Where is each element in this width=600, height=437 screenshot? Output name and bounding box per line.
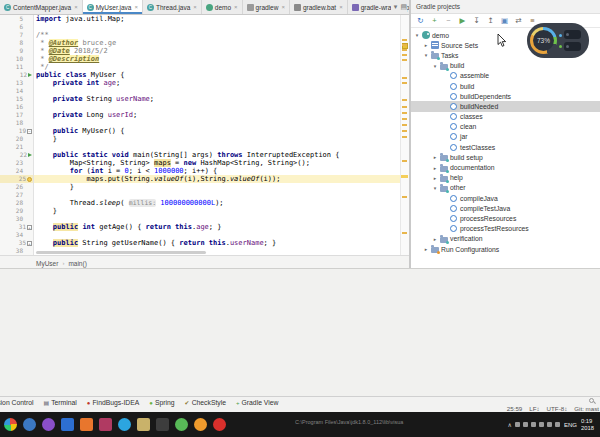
toolwindow-button-FindBugs-IDEA[interactable]: ●FindBugs-IDEA (87, 399, 139, 406)
horizontal-scrollbar[interactable] (36, 251, 336, 254)
run-icon[interactable] (28, 153, 32, 157)
search-icon[interactable] (589, 398, 596, 405)
tab-close-icon[interactable]: × (74, 4, 78, 10)
tray-icon[interactable] (515, 422, 520, 427)
code-text[interactable]: Thread.sleep( millis: 100000000000L); (34, 199, 400, 207)
wechat-app-icon[interactable] (175, 418, 188, 431)
code-text[interactable]: maps.put(String.valueOf(i),String.valueO… (34, 175, 400, 183)
code-text[interactable]: * @Author bruce.ge (34, 39, 400, 47)
tree-item-clean[interactable]: clean (411, 122, 600, 132)
code-text[interactable]: import java.util.Map; (34, 15, 400, 23)
gutter-line-23[interactable]: 23 (0, 159, 34, 167)
gutter-line-34[interactable]: 34 (0, 231, 34, 239)
tab-Thread.java[interactable]: CThread.java× (143, 0, 202, 14)
tab-close-icon[interactable]: × (234, 4, 238, 10)
tray-icon[interactable] (547, 422, 552, 427)
tree-item-other[interactable]: ▾other (411, 183, 600, 193)
code-text[interactable]: public MyUser() { (34, 127, 400, 135)
detach-project-icon[interactable]: − (444, 15, 453, 26)
gutter-line-27[interactable]: 27 (0, 191, 34, 199)
gutter-line-9[interactable]: 9 (0, 47, 34, 55)
code-text[interactable]: /** (34, 31, 400, 39)
code-editor[interactable]: 5import java.util.Map;67/**8 * @Author b… (0, 15, 409, 255)
code-text[interactable] (34, 87, 400, 95)
clock[interactable]: 0:19 2018 (581, 418, 600, 431)
plus-icon[interactable]: + (27, 225, 32, 230)
toolwindow-button-Gradle-View[interactable]: +Gradle View (236, 399, 278, 406)
minus-icon[interactable]: − (27, 129, 32, 134)
scrollbar-thumb[interactable] (36, 251, 206, 254)
breadcrumb-item[interactable]: main() (68, 260, 86, 267)
gutter-line-5[interactable]: 5 (0, 15, 34, 23)
code-text[interactable] (34, 119, 400, 127)
code-text[interactable]: private int age; (34, 79, 400, 87)
tab-gradlew[interactable]: gradlew× (243, 0, 290, 14)
music-app-icon[interactable] (194, 418, 207, 431)
code-text[interactable]: * @Date 2018/5/2 (34, 47, 400, 55)
gutter-line-35[interactable]: 35+ (0, 239, 34, 247)
collapse-icon[interactable]: ▾ (432, 63, 438, 69)
gutter-line-15[interactable]: 15 (0, 95, 34, 103)
terminal-app-icon[interactable] (156, 418, 169, 431)
tray-icon[interactable] (555, 422, 560, 427)
tab-close-icon[interactable]: × (281, 4, 285, 10)
gutter-line-21[interactable]: 21 (0, 143, 34, 151)
code-text[interactable]: private Long userId; (34, 111, 400, 119)
gutter-line-19[interactable]: 19− (0, 127, 34, 135)
refresh-icon[interactable]: ↻ (416, 15, 425, 26)
tree-item-verification[interactable]: ▸verification (411, 234, 600, 244)
gutter-line-6[interactable]: 6 (0, 23, 34, 31)
tab-list-icon[interactable]: ▤ (400, 3, 407, 11)
tree-item-compileTestJava[interactable]: compileTestJava (411, 203, 600, 213)
expand-icon[interactable]: ▸ (432, 175, 438, 181)
collapse-all-icon[interactable]: ↥ (486, 15, 495, 26)
tree-item-Run-Configurations[interactable]: ▸Run Configurations (411, 244, 600, 254)
expand-all-icon[interactable]: ↧ (472, 15, 481, 26)
status-item[interactable]: Git: mast (574, 405, 599, 412)
code-text[interactable]: Map<String, String> maps = new HashMap<S… (34, 159, 400, 167)
gutter-line-20[interactable]: 20 (0, 135, 34, 143)
code-text[interactable] (34, 231, 400, 239)
gutter-line-26[interactable]: 26 (0, 183, 34, 191)
tray-expand-icon[interactable]: ∧ (508, 421, 512, 428)
expand-icon[interactable]: ▸ (432, 165, 438, 171)
tree-item-classes[interactable]: classes (411, 112, 600, 122)
tab-close-icon[interactable]: × (134, 4, 138, 10)
code-text[interactable] (34, 23, 400, 31)
gutter-line-14[interactable]: 14 (0, 87, 34, 95)
tree-item-buildDependents[interactable]: buildDependents (411, 91, 600, 101)
gutter-line-30[interactable]: 30 (0, 215, 34, 223)
tree-item-build-setup[interactable]: ▸build setup (411, 152, 600, 162)
notes-app-icon[interactable] (137, 418, 150, 431)
tab-demo[interactable]: demo× (202, 0, 243, 14)
tab-close-icon[interactable]: × (193, 4, 197, 10)
bulb-icon[interactable] (27, 177, 32, 182)
gutter-line-8[interactable]: 8 (0, 39, 34, 47)
toolwindow-button-CheckStyle[interactable]: ✔CheckStyle (185, 399, 226, 406)
attach-project-icon[interactable]: + (430, 15, 439, 26)
tree-item-documentation[interactable]: ▸documentation (411, 162, 600, 172)
tray-icon[interactable] (531, 422, 536, 427)
input-language-indicator[interactable]: ENG (563, 422, 578, 428)
chevron-down-icon[interactable]: ▾ (394, 3, 398, 11)
run-icon[interactable] (28, 73, 32, 77)
gutter-line-38[interactable]: 38 (0, 247, 34, 255)
gutter-line-17[interactable]: 17 (0, 111, 34, 119)
select-opened-file-icon[interactable]: ▣ (500, 15, 509, 26)
code-text[interactable] (34, 143, 400, 151)
design-app-icon[interactable] (99, 418, 112, 431)
code-text[interactable]: } (34, 135, 400, 143)
code-text[interactable]: public int getAge() { return this.age; } (34, 223, 400, 231)
gutter-line-12[interactable]: 12 (0, 71, 34, 79)
code-text[interactable]: } (34, 183, 400, 191)
gutter-line-29[interactable]: 29 (0, 207, 34, 215)
browser-app-icon[interactable] (23, 418, 36, 431)
tab-gradlew.bat[interactable]: gradlew.bat× (290, 0, 348, 14)
tree-item-assemble[interactable]: assemble (411, 71, 600, 81)
python-ide-app-icon[interactable] (61, 418, 74, 431)
chat-app-icon[interactable] (42, 418, 55, 431)
photos-app-icon[interactable] (4, 418, 17, 431)
gutter-line-18[interactable]: 18 (0, 119, 34, 127)
expand-icon[interactable]: ▸ (432, 236, 438, 242)
code-text[interactable]: } (34, 207, 400, 215)
